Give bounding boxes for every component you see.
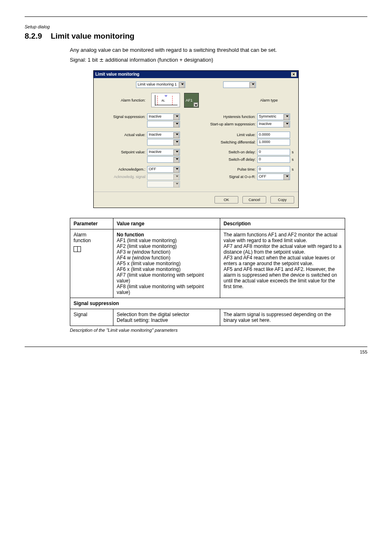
signal-suppression-dropdown[interactable]: Inactive [147, 113, 180, 120]
ack-signal-label: Acknowledg. signal [98, 175, 147, 179]
alarm-function-selector[interactable]: AF1 [184, 93, 199, 108]
instance-dropdown[interactable]: Limit value monitoring 1 [136, 81, 185, 88]
ok-button[interactable]: OK [214, 196, 238, 204]
row-subheader-signal-suppression: Signal suppression [70, 298, 345, 309]
limit-value-label: Limit value: [199, 133, 257, 137]
th-parameter: Parameter [70, 218, 113, 229]
acknowledgement-dropdown[interactable]: OFF [147, 166, 180, 173]
hysteresis-function-dropdown[interactable]: Symmetric [257, 113, 290, 120]
startup-suppression-label: Start-up alarm suppression: [199, 122, 257, 126]
limit-value-monitoring-dialog: Limit value monitoring ✕ Limit value mon… [93, 70, 299, 208]
section-number: 8.2.9 [25, 32, 42, 40]
signal-oor-dropdown[interactable]: OFF [257, 173, 290, 180]
parameter-table: Parameter Value range Description Alarm … [70, 218, 345, 326]
acknowledgement-label: Acknowledgem.: [98, 167, 147, 171]
startup-suppression-dropdown[interactable]: Inactive [257, 121, 290, 127]
limit-value-input[interactable]: 0.0000 [257, 132, 290, 138]
instance-aux-dropdown[interactable] [223, 81, 256, 88]
signal-suppression-aux-dropdown[interactable] [147, 121, 180, 127]
section-title: Limit value monitoring [51, 32, 134, 40]
ack-signal-aux-dropdown [147, 181, 180, 187]
pulse-time-label: Pulse time: [199, 167, 257, 171]
actual-value-aux-dropdown[interactable] [147, 139, 180, 146]
actual-value-label: Actual value: [98, 133, 147, 137]
alarm-type-label: Alarm type [260, 98, 278, 102]
intro-text: Any analog value can be monitored with r… [25, 46, 367, 54]
setpoint-value-label: Setpoint value: [98, 150, 147, 154]
switch-on-delay-label: Switch-on delay: [199, 150, 257, 154]
book-icon [74, 246, 81, 252]
switching-differential-label: Switching differential: [199, 140, 257, 144]
copy-button[interactable]: Copy [270, 196, 294, 204]
setpoint-value-dropdown[interactable]: Inactive [147, 149, 180, 155]
signal-suppression-label: Signal suppression: [98, 115, 147, 119]
breadcrumb: Setup dialog [25, 24, 367, 29]
hysteresis-function-label: Hysteresis function: [199, 115, 257, 119]
ack-signal-dropdown [147, 173, 180, 180]
plus-minus: ± [99, 57, 104, 63]
setpoint-value-aux-dropdown[interactable] [147, 156, 180, 163]
pulse-time-input[interactable]: 0 [257, 166, 290, 173]
close-icon[interactable]: ✕ [291, 72, 297, 77]
switching-differential-input[interactable]: 1.0000 [257, 139, 290, 146]
cancel-button[interactable]: Cancel [242, 196, 266, 204]
switch-on-delay-input[interactable]: 0 [257, 149, 290, 155]
dialog-title: Limit value monitoring [95, 72, 139, 76]
row-signal: Signal Selection from the digital select… [70, 309, 345, 326]
intro-sub: Signal: 1 bit ± additional information (… [25, 57, 367, 63]
alarm-function-graphic: w AL [151, 93, 180, 107]
switch-off-delay-input[interactable]: 0 [257, 156, 290, 163]
table-continuation-note: Description of the "Limit value monitori… [70, 328, 367, 333]
row-alarm-function: Alarm function No function AF1 (limit va… [70, 229, 345, 298]
th-description: Description [220, 218, 345, 229]
signal-oor-label: Signal at O-o-R: [199, 175, 257, 179]
page-number: 155 [360, 349, 367, 354]
th-range: Value range [113, 218, 220, 229]
dialog-titlebar: Limit value monitoring ✕ [94, 71, 298, 78]
switch-off-delay-label: Switch-off delay: [199, 157, 257, 162]
alarm-function-label: Alarm function: [98, 98, 147, 102]
actual-value-dropdown[interactable]: Inactive [147, 132, 180, 138]
section-heading: 8.2.9 Limit value monitoring [25, 32, 367, 41]
